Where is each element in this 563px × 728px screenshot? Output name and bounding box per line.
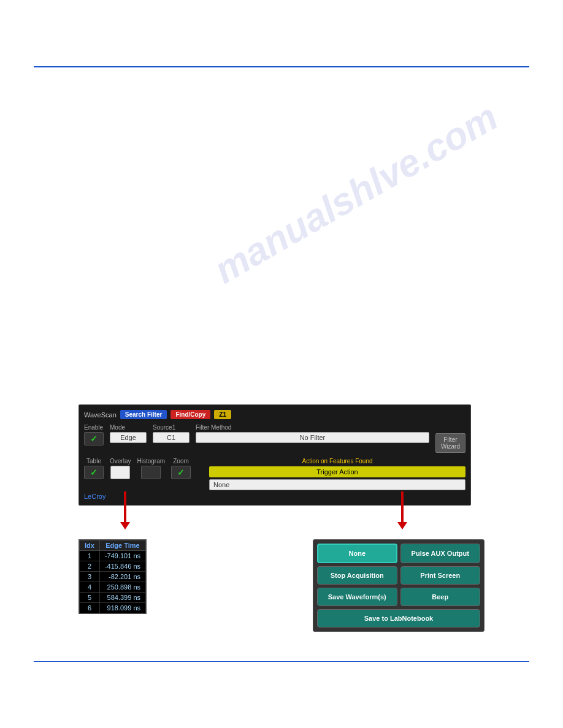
arrow-left <box>120 491 130 529</box>
table-row: 2 -415.846 ns <box>80 561 146 572</box>
table-row: 1 -749.101 ns <box>80 551 146 561</box>
mode-label: Mode <box>110 424 147 431</box>
arrow-right <box>397 491 407 529</box>
save-notebook-button[interactable]: Save to LabNotebook <box>317 609 480 628</box>
overlay-label: Overlay <box>110 458 131 464</box>
print-screen-button[interactable]: Print Screen <box>400 566 481 585</box>
row4-time: 250.898 ns <box>99 582 145 593</box>
col-idx-header: Idx <box>80 540 100 551</box>
action-buttons-panel: None Pulse AUX Output Stop Acquisition P… <box>313 539 484 632</box>
none-button[interactable]: None <box>317 544 397 563</box>
enable-group: Enable ✓ <box>84 424 104 446</box>
pulse-aux-button[interactable]: Pulse AUX Output <box>400 544 481 563</box>
overlay-group: Overlay <box>110 458 131 479</box>
arrow-right-head <box>397 522 407 529</box>
row5-idx: 5 <box>80 593 100 603</box>
mode-group: Mode Edge <box>110 424 147 443</box>
edge-time-table: Idx Edge Time 1 -749.101 ns 2 -415.846 n… <box>79 539 147 614</box>
beep-button[interactable]: Beep <box>400 588 481 606</box>
filter-wizard-group: Filter Wizard <box>435 424 465 453</box>
filter-method-value[interactable]: No Filter <box>196 432 429 443</box>
row4-idx: 4 <box>80 582 100 593</box>
filter-method-group: Filter Method No Filter <box>196 424 429 443</box>
source1-group: Source1 C1 <box>153 424 190 443</box>
histogram-label: Histogram <box>137 458 165 464</box>
tab-find-copy[interactable]: Find/Copy <box>170 410 210 419</box>
row2-time: -415.846 ns <box>99 561 145 572</box>
row6-idx: 6 <box>80 603 100 613</box>
wavescan-title: WaveScan <box>84 411 117 419</box>
wavescan-panel: WaveScan Search Filter Find/Copy Z1 Enab… <box>79 404 471 506</box>
row1-idx: 1 <box>80 551 100 561</box>
tab-z1[interactable]: Z1 <box>214 410 231 419</box>
overlay-checkbox[interactable] <box>110 466 130 479</box>
features-title: Action on Features Found <box>209 458 465 464</box>
stop-acquisition-button[interactable]: Stop Acquisition <box>317 566 397 585</box>
source1-value[interactable]: C1 <box>153 432 190 443</box>
mode-value[interactable]: Edge <box>110 432 147 443</box>
table-row: 6 918.099 ns <box>80 603 146 613</box>
wavescan-header: WaveScan Search Filter Find/Copy Z1 <box>84 410 465 419</box>
table-row: 5 584.399 ns <box>80 593 146 603</box>
features-section: Action on Features Found Trigger Action … <box>209 458 465 490</box>
zoom-label: Zoom <box>173 458 189 464</box>
row3-idx: 3 <box>80 572 100 582</box>
table-checkmark: ✓ <box>90 468 98 477</box>
histogram-group: Histogram <box>137 458 165 479</box>
histogram-checkbox[interactable] <box>141 466 161 479</box>
source1-label: Source1 <box>153 424 190 431</box>
table-group: Table ✓ <box>84 458 104 479</box>
row1-time: -749.101 ns <box>99 551 145 561</box>
row5-time: 584.399 ns <box>99 593 145 603</box>
save-waveform-button[interactable]: Save Waveform(s) <box>317 588 397 606</box>
table-row: 4 250.898 ns <box>80 582 146 593</box>
arrow-left-shaft <box>124 491 126 522</box>
enable-label: Enable <box>84 424 104 431</box>
table-label: Table <box>86 458 101 464</box>
row6-time: 918.099 ns <box>99 603 145 613</box>
watermark: manualshlve.com <box>207 95 505 292</box>
arrow-left-head <box>120 522 130 529</box>
trigger-action-button[interactable]: Trigger Action <box>209 466 465 477</box>
filter-wizard-button[interactable]: Filter Wizard <box>435 433 465 453</box>
row3-time: -82.201 ns <box>99 572 145 582</box>
zoom-group: Zoom ✓ <box>171 458 191 479</box>
table-checkbox[interactable]: ✓ <box>84 466 104 479</box>
col-time-header: Edge Time <box>99 540 145 551</box>
enable-checkmark: ✓ <box>90 434 98 444</box>
arrow-right-shaft <box>401 491 404 522</box>
enable-checkbox[interactable]: ✓ <box>84 432 104 446</box>
tab-search-filter[interactable]: Search Filter <box>120 410 167 419</box>
lecroy-label: LeCroy <box>84 493 465 500</box>
filter-method-label: Filter Method <box>196 424 429 431</box>
row2-idx: 2 <box>80 561 100 572</box>
none-dropdown[interactable]: None <box>209 479 465 490</box>
bottom-horizontal-rule <box>34 661 529 662</box>
zoom-checkmark: ✓ <box>177 468 185 477</box>
top-horizontal-rule <box>34 66 529 67</box>
zoom-checkbox[interactable]: ✓ <box>171 466 191 479</box>
table-row: 3 -82.201 ns <box>80 572 146 582</box>
action-row: Table ✓ Overlay Histogram Zoom ✓ Action … <box>84 458 465 490</box>
controls-row: Enable ✓ Mode Edge Source1 C1 Filter Met… <box>84 424 465 453</box>
